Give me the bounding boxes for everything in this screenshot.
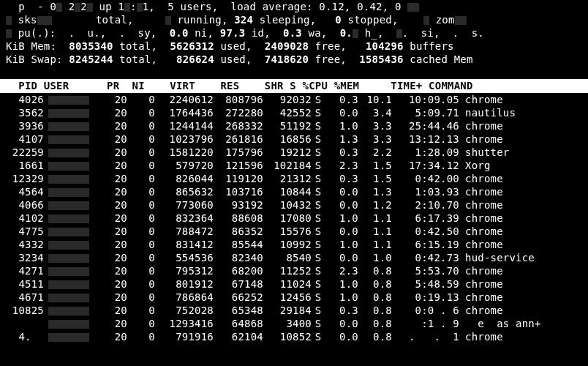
cpu-cell: 0.3 <box>325 304 358 317</box>
process-row: 4107200102379626181616856S1.33.313:12.13… <box>6 132 582 146</box>
state-cell: S <box>312 198 325 212</box>
pr-cell: 20 <box>99 304 127 317</box>
state-cell: S <box>312 291 325 304</box>
time-cell: 1:28.09 <box>392 146 459 159</box>
mem-cell: 10.1 <box>358 93 392 106</box>
time-cell: 13:12.13 <box>392 132 459 146</box>
time-cell: 25:44.46 <box>392 119 459 132</box>
ni-cell: 0 <box>127 146 155 159</box>
ni-cell: 0 <box>127 93 155 106</box>
res-cell: 88608 <box>214 212 263 225</box>
pr-cell: 20 <box>99 185 127 198</box>
command-cell: chrome <box>459 185 582 198</box>
mem-cell: 0.8 <box>358 264 392 277</box>
virt-cell: 826044 <box>155 172 214 185</box>
cpu-cell: 0.0 <box>325 185 358 198</box>
pid-cell: 4102 <box>6 212 44 225</box>
virt-cell: 1764436 <box>155 106 214 119</box>
process-row: 2001293416648683400S0.00.8 :1 . 9 e as a… <box>6 317 582 330</box>
time-cell: 0:42.73 <box>392 251 459 264</box>
pid-cell: 4271 <box>6 264 44 277</box>
cpu-cell: 0.0 <box>325 317 358 330</box>
mem-cell: 1.1 <box>358 225 392 238</box>
state-cell: S <box>312 106 325 119</box>
user-cell <box>44 277 99 291</box>
state-cell: S <box>312 225 325 238</box>
command-cell: chrome <box>459 212 582 225</box>
virt-cell: 579720 <box>155 159 214 172</box>
shr-cell: 10432 <box>263 198 312 212</box>
mem-row: KiB Mem: 8035340 total, 5626312 used, 24… <box>6 40 582 53</box>
cpu-cell: 0.3 <box>325 93 358 106</box>
state-cell: S <box>312 146 325 159</box>
column-header: PID USER PR NI VIRT RES SHR S %CPU %MEM … <box>0 79 588 93</box>
virt-cell: 1293416 <box>155 317 214 330</box>
process-row: 456420086563210371610844S0.01.31:03.93ch… <box>6 185 582 198</box>
cpu-cell: 0.0 <box>325 106 358 119</box>
cpu-cell: 0.0 <box>325 198 358 212</box>
virt-cell: 831412 <box>155 238 214 251</box>
process-row: 1661200579720121596102184S2.31.517:34.12… <box>6 159 582 172</box>
pr-cell: 20 <box>99 119 127 132</box>
shr-cell: 10852 <box>263 330 312 343</box>
ni-cell: 0 <box>127 159 155 172</box>
shr-cell: 51192 <box>263 119 312 132</box>
pr-cell: 20 <box>99 132 127 146</box>
user-cell <box>44 159 99 172</box>
shr-cell: 10992 <box>263 238 312 251</box>
res-cell: 67148 <box>214 277 263 291</box>
process-row: 3562200176443627228042552S0.03.45:09.71n… <box>6 106 582 119</box>
shr-cell: 29184 <box>263 304 312 317</box>
user-cell <box>44 106 99 119</box>
process-row: 4026200224061280879692032S0.310.110:09.0… <box>6 93 582 106</box>
process-row: 43322008314128554410992S1.01.16:15.19chr… <box>6 238 582 251</box>
time-cell: 0:42.00 <box>392 172 459 185</box>
ni-cell: 0 <box>127 185 155 198</box>
virt-cell: 1023796 <box>155 132 214 146</box>
time-cell: :1 . 9 <box>392 317 459 330</box>
time-cell: 0:0 . 6 <box>392 304 459 317</box>
user-cell <box>44 330 99 343</box>
pid-cell: 4671 <box>6 291 44 304</box>
pr-cell: 20 <box>99 93 127 106</box>
res-cell: 66252 <box>214 291 263 304</box>
cpu-cell: 0.3 <box>325 172 358 185</box>
cpu-cell: 0.0 <box>325 251 358 264</box>
command-cell: nautilus <box>459 106 582 119</box>
state-cell: S <box>312 172 325 185</box>
time-cell: 6:17.39 <box>392 212 459 225</box>
user-cell <box>44 212 99 225</box>
pr-cell: 20 <box>99 106 127 119</box>
command-cell: chrome <box>459 119 582 132</box>
time-cell: 17:34.12 <box>392 159 459 172</box>
mem-cell: 0.8 <box>358 330 392 343</box>
virt-cell: 788472 <box>155 225 214 238</box>
command-cell: shutter <box>459 146 582 159</box>
pid-cell: 12329 <box>6 172 44 185</box>
pid-cell: 10825 <box>6 304 44 317</box>
shr-cell: 16856 <box>263 132 312 146</box>
res-cell: 268332 <box>214 119 263 132</box>
state-cell: S <box>312 238 325 251</box>
cpu-cell: 1.0 <box>325 291 358 304</box>
pr-cell: 20 <box>99 238 127 251</box>
shr-cell: 10844 <box>263 185 312 198</box>
ni-cell: 0 <box>127 291 155 304</box>
res-cell: 85544 <box>214 238 263 251</box>
command-cell: Xorg <box>459 159 582 172</box>
ni-cell: 0 <box>127 198 155 212</box>
command-cell: chrome <box>459 304 582 317</box>
virt-cell: 801912 <box>155 277 214 291</box>
user-cell <box>44 93 99 106</box>
process-row: 3936200124414426833251192S1.03.325:44.46… <box>6 119 582 132</box>
state-cell: S <box>312 304 325 317</box>
ni-cell: 0 <box>127 317 155 330</box>
user-cell <box>44 198 99 212</box>
shr-cell: 11252 <box>263 264 312 277</box>
process-row: 41022008323648860817080S1.01.16:17.39chr… <box>6 212 582 225</box>
ni-cell: 0 <box>127 277 155 291</box>
cpu-cell: 1.0 <box>325 212 358 225</box>
mem-cell: 0.8 <box>358 291 392 304</box>
mem-cell: 1.5 <box>358 159 392 172</box>
ni-cell: 0 <box>127 238 155 251</box>
